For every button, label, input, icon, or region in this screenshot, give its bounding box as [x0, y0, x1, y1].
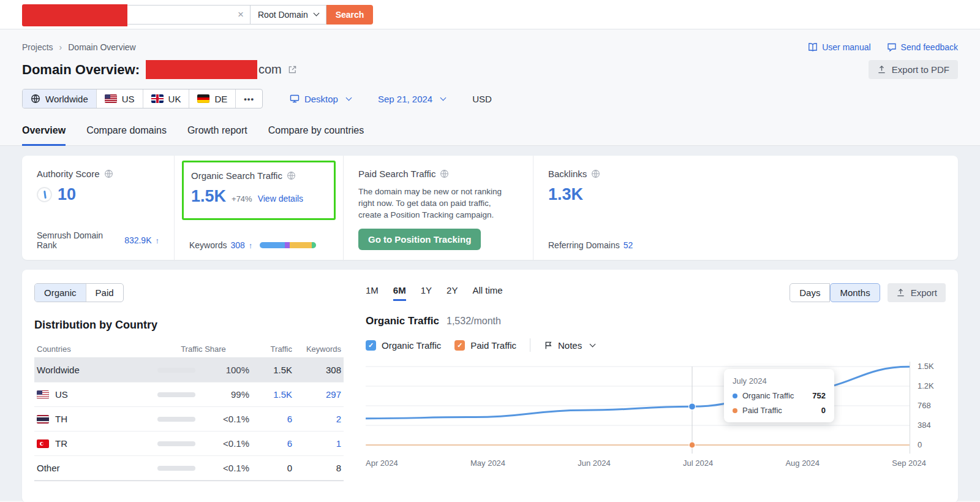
col-traffic-share: Traffic Share [157, 344, 249, 354]
range-6m[interactable]: 6M [393, 285, 406, 301]
user-manual-link[interactable]: User manual [808, 42, 870, 52]
toggle-organic[interactable]: Organic [35, 284, 86, 302]
report-tabs: Overview Compare domains Growth report C… [0, 125, 980, 146]
search-scope-select[interactable]: Root Domain [250, 5, 326, 25]
uk-flag-icon [151, 94, 164, 103]
tooltip-title: July 2024 [733, 376, 826, 386]
paid-checkbox[interactable] [454, 340, 465, 351]
notes-dropdown[interactable]: Notes [544, 340, 595, 351]
organic-paid-toggle: Organic Paid [34, 283, 124, 302]
range-1m[interactable]: 1M [366, 285, 379, 301]
location-tabs: Worldwide US UK DE ••• [22, 89, 263, 108]
location-de[interactable]: DE [189, 89, 236, 108]
toggle-paid[interactable]: Paid [86, 284, 123, 302]
paid-traffic-description: The domain may be new or not ranking rig… [358, 186, 514, 221]
clear-search-icon[interactable]: × [238, 9, 244, 20]
country-row-us[interactable]: US 99% 1.5K 297 [34, 382, 344, 407]
send-feedback-link[interactable]: Send feedback [887, 42, 958, 52]
search-scope-label: Root Domain [258, 10, 308, 20]
globe-info-icon[interactable] [591, 169, 600, 178]
breadcrumb-separator-icon: › [59, 42, 62, 52]
location-uk[interactable]: UK [143, 89, 190, 108]
country-row-tr[interactable]: TR <0.1% 6 1 [34, 432, 344, 456]
export-button[interactable]: Export [888, 283, 946, 302]
date-select[interactable]: Sep 21, 2024 [378, 94, 445, 104]
domain-rank-label: Semrush Domain Rank [37, 230, 121, 250]
backlinks-title: Backlinks [548, 169, 587, 179]
x-axis-label: Jun 2024 [578, 458, 611, 468]
chevron-down-icon [590, 341, 596, 347]
granularity-months[interactable]: Months [830, 283, 880, 302]
traffic-chart-plot[interactable]: July 2024 Organic Traffic 752 Paid Traff… [366, 362, 910, 454]
x-axis-label: Apr 2024 [366, 458, 398, 468]
tab-growth-report[interactable]: Growth report [187, 125, 247, 146]
referring-domains-label: Referring Domains [548, 240, 620, 250]
intent-bar-segment [285, 242, 290, 248]
us-flag-icon [37, 390, 49, 399]
backlinks-value: 1.3K [548, 185, 583, 204]
more-locations-button[interactable]: ••• [236, 89, 262, 108]
globe-info-icon[interactable] [440, 169, 449, 178]
y-axis: 1.5K 1.2K 768 384 0 [910, 362, 946, 454]
x-axis-label: Sep 2024 [892, 458, 926, 468]
tab-compare-by-countries[interactable]: Compare by countries [268, 125, 364, 146]
search-input[interactable]: × [22, 5, 250, 25]
authority-score-section: Authority Score 10 Semrush Domain Rank 8… [22, 156, 174, 261]
tab-overview[interactable]: Overview [22, 125, 66, 146]
chart-subtitle: 1,532/month [447, 316, 501, 327]
traffic-overview-card: Organic Paid Distribution by Country Cou… [22, 270, 958, 502]
us-flag-icon [105, 94, 117, 103]
organic-dot-icon [733, 394, 737, 398]
filters-row: Worldwide US UK DE ••• Desktop Sep 21, 2… [22, 89, 958, 108]
location-worldwide[interactable]: Worldwide [23, 89, 97, 108]
domain-rank-value[interactable]: 832.9K [124, 235, 151, 245]
range-1y[interactable]: 1Y [421, 285, 432, 301]
x-axis-label: Jul 2024 [683, 458, 713, 468]
content-area: Authority Score 10 Semrush Domain Rank 8… [0, 146, 980, 501]
metrics-card: Authority Score 10 Semrush Domain Rank 8… [22, 156, 958, 260]
globe-info-icon[interactable] [287, 171, 296, 180]
intent-bar-segment [260, 242, 284, 248]
range-tabs: 1M 6M 1Y 2Y All time [366, 285, 503, 301]
range-all-time[interactable]: All time [472, 285, 502, 301]
authority-gauge-icon [37, 187, 52, 202]
keywords-value[interactable]: 308 [230, 240, 244, 250]
country-row-other[interactable]: Other <0.1% 0 8 [34, 456, 344, 481]
col-countries: Countries [34, 344, 157, 354]
external-link-icon[interactable] [288, 65, 297, 74]
view-details-link[interactable]: View details [258, 194, 303, 203]
x-axis: Apr 2024 May 2024 Jun 2024 Jul 2024 Aug … [366, 458, 926, 468]
de-flag-icon [197, 94, 209, 103]
tab-compare-domains[interactable]: Compare domains [86, 125, 167, 146]
go-to-position-tracking-button[interactable]: Go to Position Tracking [358, 229, 481, 250]
y-axis-label: 1.5K [918, 362, 934, 371]
globe-info-icon[interactable] [104, 169, 113, 178]
distribution-title: Distribution by Country [34, 319, 344, 332]
organic-checkbox[interactable] [366, 340, 376, 351]
legend-paid-traffic[interactable]: Paid Traffic [454, 340, 516, 351]
granularity-days[interactable]: Days [790, 283, 830, 302]
page-title: Domain Overview: [22, 62, 140, 78]
country-row-worldwide[interactable]: Worldwide 100% 1.5K 308 [34, 358, 344, 382]
paid-dot-icon [733, 408, 737, 413]
keywords-label: Keywords [189, 240, 227, 250]
breadcrumb-projects[interactable]: Projects [22, 42, 53, 52]
col-traffic: Traffic [249, 344, 292, 354]
traffic-share-bar [157, 466, 195, 471]
referring-domains-value[interactable]: 52 [624, 240, 633, 250]
chart-legend: Organic Traffic Paid Traffic Notes [366, 338, 946, 352]
book-icon [808, 42, 818, 52]
export-to-pdf-button[interactable]: Export to PDF [869, 60, 958, 79]
paid-traffic-title: Paid Search Traffic [358, 169, 435, 179]
chevron-down-icon [440, 94, 447, 101]
divider [530, 338, 530, 352]
country-row-th[interactable]: TH <0.1% 6 2 [34, 407, 344, 432]
legend-organic-traffic[interactable]: Organic Traffic [366, 340, 441, 351]
device-select[interactable]: Desktop [290, 94, 351, 104]
location-us[interactable]: US [97, 89, 143, 108]
search-button[interactable]: Search [326, 5, 374, 25]
range-2y[interactable]: 2Y [447, 285, 458, 301]
distribution-panel: Organic Paid Distribution by Country Cou… [34, 283, 344, 489]
chart-title: Organic Traffic [366, 315, 439, 327]
breadcrumb: Projects › Domain Overview [22, 42, 136, 52]
